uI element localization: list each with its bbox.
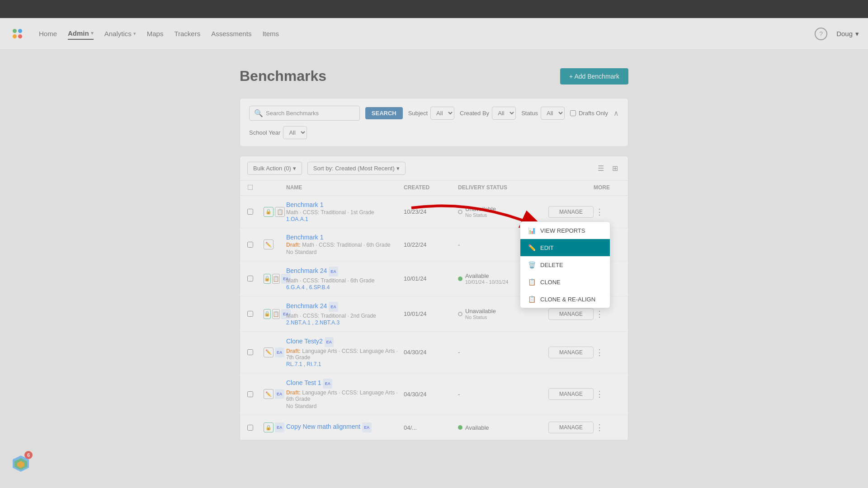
- ctx-view-reports-label: VIEW REPORTS: [540, 227, 585, 234]
- benchmark-name[interactable]: Benchmark 1: [286, 201, 404, 208]
- nav-admin[interactable]: Admin ▾: [68, 28, 94, 40]
- benchmark-name[interactable]: Benchmark 24 EA: [286, 302, 404, 312]
- ctx-clone-realign[interactable]: 📋 CLONE & RE-ALIGN: [520, 291, 610, 308]
- header-delivery-status: DELIVERY STATUS: [458, 184, 548, 192]
- benchmark-name[interactable]: Copy New math alignment EA: [286, 422, 404, 432]
- grid-view-button[interactable]: ⊞: [609, 162, 621, 174]
- row-6-checkbox[interactable]: [247, 391, 253, 397]
- row-5-check: [247, 349, 264, 355]
- user-name: Doug: [836, 30, 853, 38]
- search-icon: 🔍: [254, 109, 263, 117]
- nav-maps[interactable]: Maps: [147, 28, 164, 39]
- table-toolbar: Bulk Action (0) ▾ Sort by: Created (Most…: [240, 156, 628, 181]
- clone-realign-icon: 📋: [528, 295, 536, 303]
- drafts-only-label: Drafts Only: [579, 110, 608, 117]
- nav-home[interactable]: Home: [39, 28, 57, 39]
- nav-assessments[interactable]: Assessments: [211, 28, 251, 39]
- doc-icon: 📋: [272, 309, 280, 319]
- row-2-icons: ✏️: [264, 239, 286, 249]
- logo[interactable]: [9, 26, 25, 42]
- subject-select[interactable]: All: [430, 107, 454, 120]
- search-button[interactable]: SEARCH: [365, 107, 403, 119]
- row-7-manage-button[interactable]: MANAGE: [548, 422, 594, 433]
- row-7-checkbox[interactable]: [247, 425, 253, 431]
- logo-dot-2: [18, 29, 22, 33]
- created-by-select[interactable]: All: [492, 107, 516, 120]
- subject-label: Subject: [408, 110, 428, 117]
- nav-right: ? Doug ▾: [815, 28, 859, 40]
- ctx-clone[interactable]: 📋 CLONE: [520, 273, 610, 291]
- created-by-filter: Created By All: [460, 107, 516, 120]
- status-unavailable-icon: [458, 312, 462, 316]
- ctx-delete[interactable]: 🗑️ DELETE: [520, 256, 610, 273]
- benchmark-name[interactable]: Benchmark 24 EA: [286, 267, 404, 277]
- created-by-label: Created By: [460, 110, 489, 117]
- row-5-more-button[interactable]: ⋮: [594, 346, 621, 359]
- header-created: CREATED: [404, 184, 458, 192]
- row-1-manage-button[interactable]: MANAGE: [548, 206, 594, 218]
- row-4-check: [247, 311, 264, 317]
- context-menu: 📊 VIEW REPORTS ✏️ EDIT 🗑️ DELETE 📋 CLONE…: [520, 221, 610, 308]
- status-select[interactable]: All: [541, 107, 565, 120]
- list-view-button[interactable]: ☰: [595, 162, 607, 174]
- benchmark-name[interactable]: Benchmark 1: [286, 234, 404, 241]
- row-3-status-text: Available 10/01/24 - 10/31/24: [465, 272, 508, 285]
- row-1-status-text: Unavailable No Status: [465, 206, 496, 218]
- row-2-checkbox[interactable]: [247, 242, 253, 248]
- row-5-info: Clone Testy2 EA Draft: Language Arts · C…: [286, 337, 404, 367]
- row-2-created: 10/22/24: [404, 241, 458, 248]
- benchmark-standard[interactable]: 1.OA.A.1: [286, 216, 404, 222]
- top-bar: [0, 0, 868, 18]
- benchmark-meta: Math · CCSS: Traditional · 2nd Grade: [286, 313, 404, 319]
- table-row: 🔒 EA Copy New math alignment EA 04/... A…: [240, 415, 628, 440]
- drafts-only-checkbox[interactable]: [570, 110, 576, 116]
- row-2-info: Benchmark 1 Draft: Math · CCSS: Traditio…: [286, 234, 404, 255]
- view-reports-icon: 📊: [528, 226, 536, 235]
- help-button[interactable]: ?: [815, 28, 827, 40]
- add-benchmark-button[interactable]: + Add Benchmark: [560, 68, 628, 84]
- benchmark-standard[interactable]: 6.G.A.4 , 6.SP.B.4: [286, 284, 404, 291]
- school-year-select[interactable]: All: [283, 126, 307, 139]
- row-7-info: Copy New math alignment EA: [286, 422, 404, 432]
- row-6-more-button[interactable]: ⋮: [594, 387, 621, 401]
- row-3-checkbox[interactable]: [247, 276, 253, 282]
- row-5-checkbox[interactable]: [247, 349, 253, 355]
- draft-icon: ✏️: [264, 389, 274, 399]
- logo-dot-4: [18, 34, 22, 38]
- ctx-view-reports[interactable]: 📊 VIEW REPORTS: [520, 222, 610, 239]
- navbar: Home Admin ▾ Analytics ▾ Maps Trackers A…: [0, 18, 868, 50]
- row-4-checkbox[interactable]: [247, 311, 253, 317]
- collapse-button[interactable]: ∧: [613, 109, 619, 117]
- search-input[interactable]: [266, 110, 355, 117]
- benchmark-standard[interactable]: RL.7.1 , RI.7.1: [286, 361, 404, 367]
- benchmark-standard[interactable]: 2.NBT.A.1 , 2.NBT.A.3: [286, 319, 404, 326]
- nav-trackers[interactable]: Trackers: [174, 28, 200, 39]
- select-all-checkbox[interactable]: [248, 185, 253, 190]
- row-4-manage-button[interactable]: MANAGE: [548, 308, 594, 320]
- status-available-icon: [458, 425, 462, 430]
- user-menu[interactable]: Doug ▾: [836, 30, 859, 38]
- bulk-action-button[interactable]: Bulk Action (0) ▾: [247, 162, 302, 175]
- bottom-badge[interactable]: 6: [9, 451, 33, 474]
- school-year-filter: School Year All: [249, 126, 307, 139]
- row-6-manage-button[interactable]: MANAGE: [548, 388, 594, 400]
- drafts-only-filter: Drafts Only: [570, 110, 608, 117]
- row-5-manage-button[interactable]: MANAGE: [548, 347, 594, 358]
- main-content: Benchmarks + Add Benchmark 🔍 SEARCH Subj…: [231, 50, 637, 459]
- benchmark-name[interactable]: Clone Testy2 EA: [286, 337, 404, 347]
- nav-items[interactable]: Items: [262, 28, 279, 39]
- logo-dot-1: [13, 29, 17, 33]
- nav-analytics[interactable]: Analytics ▾: [104, 28, 136, 39]
- row-1-checkbox[interactable]: [247, 209, 253, 215]
- lock-icon: 🔒: [264, 207, 274, 217]
- filter-row-1: 🔍 SEARCH Subject All Created By All Stat…: [249, 106, 619, 121]
- sort-button[interactable]: Sort by: Created (Most Recent) ▾: [307, 162, 406, 175]
- row-1-icons: 🔒 📋: [264, 207, 286, 217]
- ctx-edit[interactable]: ✏️ EDIT: [520, 239, 610, 256]
- row-1-more-button[interactable]: ⋮: [594, 205, 621, 219]
- benchmark-name[interactable]: Clone Test 1 EA: [286, 379, 404, 389]
- row-4-more-button[interactable]: ⋮: [594, 307, 621, 321]
- row-4-status: Unavailable No Status: [458, 308, 548, 320]
- row-7-more-button[interactable]: ⋮: [594, 421, 621, 434]
- ea-badge: EA: [275, 389, 284, 399]
